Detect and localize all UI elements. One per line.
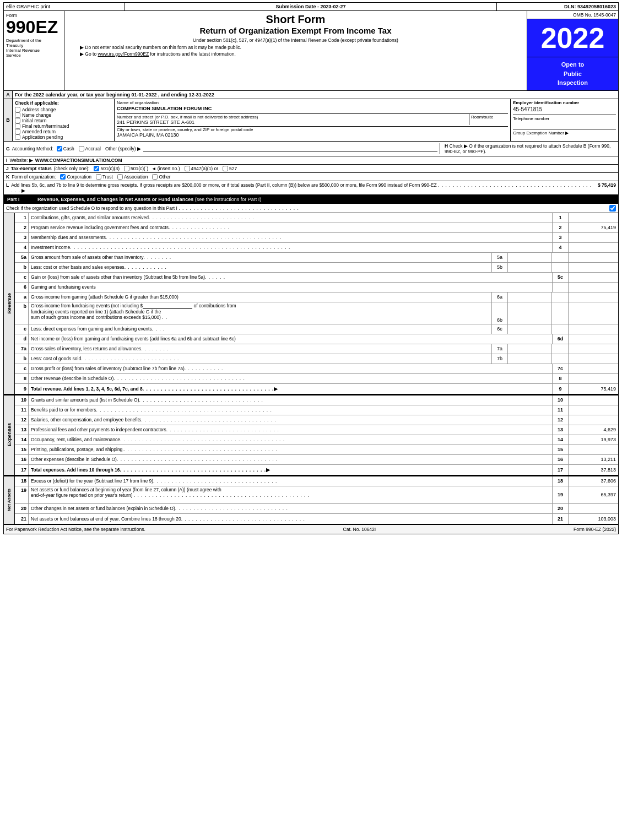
row6-line bbox=[552, 283, 569, 292]
row17-line: 17 bbox=[552, 465, 569, 475]
row6d-desc: Net income or (loss) from gaming and fun… bbox=[29, 334, 552, 344]
row3-num: 3 bbox=[15, 233, 29, 242]
row4-num: 4 bbox=[15, 243, 29, 252]
row7b-line bbox=[552, 354, 569, 364]
row21-num: 21 bbox=[15, 514, 29, 524]
row6b-num: b bbox=[15, 302, 29, 324]
row8-value bbox=[569, 374, 618, 383]
check-address-change[interactable]: Address change bbox=[15, 107, 112, 112]
row5b-num: b bbox=[15, 263, 29, 272]
section-l-text: Add lines 5b, 6c, and 7b to line 9 to de… bbox=[11, 182, 594, 193]
4947a-checkbox[interactable] bbox=[185, 166, 190, 171]
row9-value: 75,419 bbox=[569, 384, 618, 394]
row6d-value bbox=[569, 334, 618, 344]
other-option: Other (specify) ▶ bbox=[105, 146, 141, 151]
501c3-checkbox[interactable] bbox=[94, 166, 99, 171]
row7b-subval bbox=[508, 354, 552, 364]
row1-num: 1 bbox=[15, 213, 29, 223]
row7a-desc: Gross sales of inventory, less returns a… bbox=[29, 344, 491, 354]
row10-desc: Grants and similar amounts paid (list in… bbox=[29, 395, 552, 405]
row9-line: 9 bbox=[552, 384, 569, 394]
row15-desc: Printing, publications, postage, and shi… bbox=[29, 445, 552, 454]
other-org-checkbox[interactable] bbox=[152, 174, 158, 180]
section-k-label: K bbox=[6, 174, 9, 180]
row7c-num: c bbox=[15, 364, 29, 373]
trust-checkbox[interactable] bbox=[96, 174, 101, 180]
row16-line: 16 bbox=[552, 455, 569, 464]
row2-line: 2 bbox=[552, 223, 569, 232]
accrual-option[interactable]: Accrual bbox=[79, 146, 101, 151]
association-option[interactable]: Association bbox=[117, 174, 148, 180]
check-amended-return[interactable]: Amended return bbox=[15, 129, 112, 134]
row6b-sub: 6b bbox=[491, 302, 508, 324]
dept3: Internal Revenue bbox=[6, 48, 62, 53]
section-l-value: $ 75,419 bbox=[598, 182, 616, 188]
row10-num: 10 bbox=[15, 395, 29, 405]
dept4: Service bbox=[6, 53, 62, 58]
row19-desc: Net assets or fund balances at beginning… bbox=[29, 486, 552, 503]
row13-num: 13 bbox=[15, 425, 29, 435]
row6-desc: Gaming and fundraising events bbox=[29, 283, 552, 292]
row21-desc: Net assets or fund balances at end of ye… bbox=[29, 514, 552, 524]
trust-option[interactable]: Trust bbox=[96, 174, 113, 180]
row15-line: 15 bbox=[552, 445, 569, 454]
address-change-checkbox[interactable] bbox=[15, 107, 20, 112]
accounting-method-label: Accounting Method: bbox=[12, 146, 53, 151]
amended-return-checkbox[interactable] bbox=[15, 129, 20, 134]
row21-value: 103,003 bbox=[569, 514, 618, 524]
final-return-checkbox[interactable] bbox=[15, 123, 20, 129]
corporation-checkbox[interactable] bbox=[60, 174, 66, 180]
527-option[interactable]: 527 bbox=[223, 166, 237, 171]
501c3-option[interactable]: 501(c)(3) bbox=[94, 166, 119, 171]
row14-line: 14 bbox=[552, 435, 569, 445]
other-org-option[interactable]: Other bbox=[152, 174, 170, 180]
row8-num: 8 bbox=[15, 374, 29, 383]
row7a-sub: 7a bbox=[491, 344, 508, 354]
row10-line: 10 bbox=[552, 395, 569, 405]
row12-num: 12 bbox=[15, 415, 29, 425]
row5a-line bbox=[552, 253, 569, 262]
group-exemption-label: Group Exemption Number ▶ bbox=[513, 131, 616, 136]
check-initial-return[interactable]: Initial return bbox=[15, 118, 112, 123]
form-title-main: Short Form bbox=[69, 13, 522, 26]
501c-checkbox[interactable] bbox=[124, 166, 129, 171]
row20-num: 20 bbox=[15, 504, 29, 513]
row5a-subval bbox=[508, 253, 552, 262]
accrual-checkbox[interactable] bbox=[79, 146, 84, 151]
efile-label: efile GRAPHIC print bbox=[4, 3, 125, 10]
check-application-pending[interactable]: Application pending bbox=[15, 134, 112, 140]
4947a-option[interactable]: 4947(a)(1) or bbox=[185, 166, 219, 171]
row6b-line bbox=[552, 302, 569, 324]
check-name-change[interactable]: Name change bbox=[15, 112, 112, 118]
net-assets-side-label: Net Assets bbox=[7, 489, 12, 511]
address-label: Number and street (or P.O. box, if mail … bbox=[117, 115, 469, 120]
corporation-option[interactable]: Corporation bbox=[60, 174, 91, 180]
ein-value: 45-5471815 bbox=[513, 106, 616, 112]
cash-checkbox[interactable] bbox=[57, 146, 62, 151]
section-a-label: A bbox=[4, 91, 13, 99]
initial-return-checkbox[interactable] bbox=[15, 118, 20, 123]
name-change-checkbox[interactable] bbox=[15, 112, 20, 118]
part1-label: Part I bbox=[7, 197, 37, 202]
schedule-o-checkbox[interactable] bbox=[609, 205, 616, 212]
527-checkbox[interactable] bbox=[223, 166, 228, 171]
row2-desc: Program service revenue including govern… bbox=[29, 223, 552, 232]
association-checkbox[interactable] bbox=[117, 174, 123, 180]
row10-value bbox=[569, 395, 618, 405]
form-org-label: Form of organization: bbox=[12, 174, 56, 180]
row8-desc: Other revenue (describe in Schedule O) .… bbox=[29, 374, 552, 383]
501c-option[interactable]: 501(c)( ) bbox=[124, 166, 148, 171]
row6a-line bbox=[552, 292, 569, 302]
row7c-desc: Gross profit or (loss) from sales of inv… bbox=[29, 364, 552, 373]
row11-line: 11 bbox=[552, 405, 569, 415]
check-final-return[interactable]: Final return/terminated bbox=[15, 123, 112, 129]
calendar-year-text: For the 2022 calendar year, or tax year … bbox=[13, 91, 618, 99]
row7a-value bbox=[569, 344, 618, 354]
application-pending-checkbox[interactable] bbox=[15, 134, 20, 140]
row8-line: 8 bbox=[552, 374, 569, 383]
cash-option[interactable]: Cash bbox=[57, 146, 74, 151]
row18-line: 18 bbox=[552, 476, 569, 486]
row5b-value bbox=[569, 263, 618, 272]
row6b-value bbox=[569, 302, 618, 324]
tax-exempt-label: Tax-exempt status bbox=[11, 166, 52, 171]
